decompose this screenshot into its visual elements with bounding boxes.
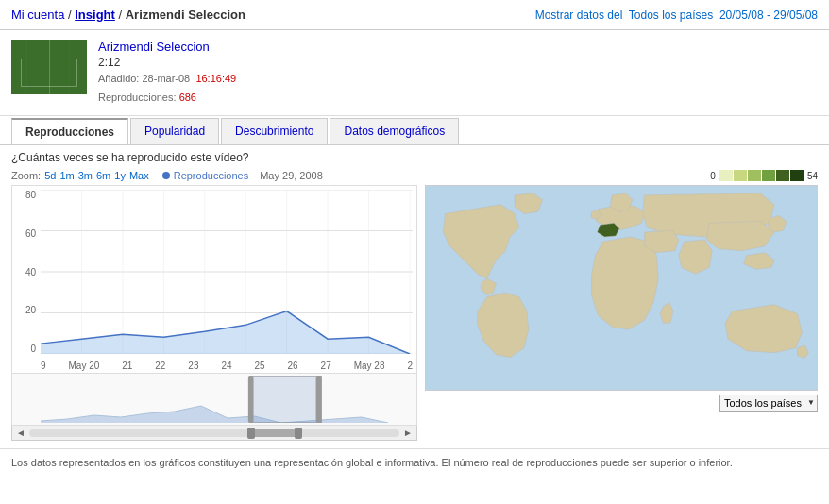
scroll-left-button[interactable]: ◄ [16, 428, 25, 438]
main-chart: 80 60 40 20 0 [11, 185, 417, 374]
x-label-22: 22 [155, 361, 165, 371]
footer: Los datos representados en los gráficos … [0, 448, 829, 476]
x-axis: 9 May 20 21 22 23 24 25 26 27 May 28 2 [41, 361, 413, 371]
mostrar-label: Mostrar datos del [535, 8, 623, 22]
scroll-right-button[interactable]: ► [403, 428, 413, 438]
plays-count: 686 [179, 92, 196, 103]
map-dropdown-row: Todos los países [425, 395, 818, 412]
chart-selected-date: May 29, 2008 [260, 170, 323, 181]
zoom-label: Zoom: [11, 170, 41, 181]
chart-section: Zoom: 5d 1m 3m 6m 1y Max Reproducciones … [11, 170, 417, 441]
x-label-21: 21 [122, 361, 132, 371]
country-select[interactable]: Todos los países [719, 395, 818, 412]
legend-color-6 [790, 170, 804, 181]
map-legend: 0 54 [425, 170, 818, 181]
scroll-thumb[interactable] [251, 429, 298, 437]
tab-popularidad[interactable]: Popularidad [130, 118, 219, 144]
video-details: Arizmendi Seleccion 2:12 Añadido: 28-mar… [98, 40, 236, 106]
video-plays: Reproducciones: 686 [98, 90, 236, 107]
header-date-range: Mostrar datos del Todos los países 20/05… [535, 8, 818, 22]
country-select-wrapper[interactable]: Todos los países [719, 395, 818, 412]
x-label-26: 26 [288, 361, 298, 371]
added-label: Añadido: [98, 73, 139, 84]
world-map-container [425, 185, 818, 391]
thumbnail-image [11, 40, 87, 94]
scrollbar[interactable]: ◄ ► [11, 426, 417, 441]
legend-color-5 [776, 170, 789, 181]
x-label-24: 24 [221, 361, 231, 371]
zoom-1y[interactable]: 1y [114, 170, 126, 181]
scroll-handle-left[interactable] [247, 428, 255, 439]
mini-chart [11, 374, 417, 426]
date-range: 20/05/08 - 29/05/08 [719, 8, 818, 22]
mini-chart-svg [12, 374, 416, 425]
tab-descubrimiento[interactable]: Descubrimiento [221, 118, 328, 144]
chart-zoom-row: Zoom: 5d 1m 3m 6m 1y Max Reproducciones … [11, 170, 417, 181]
video-name-breadcrumb: Arizmendi Seleccion [126, 8, 245, 22]
y-label-60: 60 [25, 228, 36, 239]
legend-color-4 [762, 170, 775, 181]
scroll-handle-right[interactable] [295, 428, 302, 439]
y-label-0: 0 [30, 344, 36, 354]
video-thumbnail[interactable] [11, 40, 87, 94]
video-title-link[interactable]: Arizmendi Seleccion [98, 40, 210, 54]
legend-label: Reproducciones [174, 170, 249, 181]
x-label-25: 25 [254, 361, 264, 371]
zoom-5d[interactable]: 5d [44, 170, 56, 181]
legend-color-bar [719, 170, 804, 181]
legend-color-3 [748, 170, 761, 181]
y-label-20: 20 [25, 305, 36, 315]
svg-rect-17 [248, 376, 254, 423]
legend-min: 0 [710, 171, 716, 181]
zoom-6m[interactable]: 6m [96, 170, 110, 181]
x-label-27: 27 [321, 361, 331, 371]
chart-question: ¿Cuántas veces se ha reproducido este ví… [0, 145, 829, 170]
y-label-40: 40 [25, 267, 36, 277]
x-label-2: 2 [407, 361, 413, 371]
world-map-svg [426, 186, 817, 390]
added-date: 28-mar-08 [143, 73, 191, 84]
tab-demograficos[interactable]: Datos demográficos [330, 118, 459, 144]
video-meta: Añadido: 28-mar-08 16:16:49 [98, 71, 236, 88]
x-label-23: 23 [188, 361, 198, 371]
map-section: 0 54 [425, 170, 818, 441]
x-label-may28: May 28 [354, 361, 385, 371]
breadcrumb: Mi cuenta / Insight / Arizmendi Seleccio… [11, 8, 245, 22]
y-label-80: 80 [25, 190, 36, 200]
svg-rect-16 [250, 376, 321, 423]
tabs-row: Reproducciones Popularidad Descubrimient… [0, 118, 829, 145]
video-info-section: Arizmendi Seleccion 2:12 Añadido: 28-mar… [0, 30, 829, 116]
chart-svg [41, 190, 413, 354]
footer-text: Los datos representados en los gráficos … [11, 457, 733, 468]
plays-label: Reproducciones: [98, 92, 177, 103]
svg-marker-15 [41, 406, 388, 423]
breadcrumb-sep2: / [118, 8, 125, 22]
zoom-3m[interactable]: 3m [78, 170, 93, 181]
added-time: 16:16:49 [195, 73, 236, 84]
main-content: Zoom: 5d 1m 3m 6m 1y Max Reproducciones … [0, 170, 829, 448]
legend-max: 54 [807, 171, 818, 181]
tab-reproducciones[interactable]: Reproducciones [11, 118, 128, 144]
chart-legend: Reproducciones [162, 170, 249, 181]
zoom-max[interactable]: Max [129, 170, 149, 181]
video-duration: 2:12 [98, 56, 236, 69]
x-label-may20: May 20 [69, 361, 100, 371]
y-axis: 80 60 40 20 0 [12, 190, 39, 354]
insight-link[interactable]: Insight [75, 8, 115, 22]
legend-dot [162, 172, 170, 179]
svg-marker-14 [41, 311, 410, 354]
country-filter: Todos los países [629, 8, 713, 22]
header: Mi cuenta / Insight / Arizmendi Seleccio… [0, 0, 829, 30]
legend-color-1 [719, 170, 733, 181]
svg-rect-18 [316, 376, 322, 423]
my-account-link[interactable]: Mi cuenta [11, 8, 64, 22]
zoom-1m[interactable]: 1m [59, 170, 74, 181]
x-label-9: 9 [41, 361, 46, 371]
legend-color-2 [734, 170, 747, 181]
scroll-track[interactable] [29, 429, 399, 437]
